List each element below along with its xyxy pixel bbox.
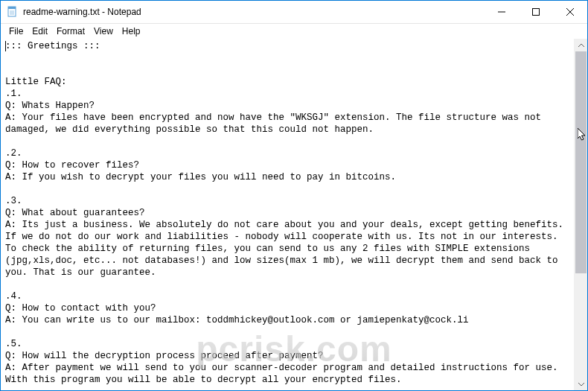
- text-editor[interactable]: ::: Greetings ::: Little FAQ: .1. Q: Wha…: [1, 39, 574, 390]
- menubar: File Edit Format View Help: [1, 24, 587, 39]
- vertical-scrollbar[interactable]: [574, 39, 587, 390]
- content-area: ::: Greetings ::: Little FAQ: .1. Q: Wha…: [1, 39, 587, 390]
- scroll-thumb[interactable]: [575, 51, 587, 273]
- maximize-button[interactable]: [519, 1, 553, 23]
- close-button[interactable]: [553, 1, 587, 23]
- notepad-window: readme-warning.txt - Notepad File Edit F…: [0, 0, 588, 391]
- scroll-down-arrow-icon[interactable]: [575, 378, 587, 390]
- scroll-up-arrow-icon[interactable]: [575, 39, 587, 51]
- menu-format[interactable]: Format: [53, 26, 89, 36]
- menu-edit[interactable]: Edit: [28, 26, 51, 36]
- menu-view[interactable]: View: [90, 26, 117, 36]
- titlebar-left: readme-warning.txt - Notepad: [1, 6, 141, 18]
- menu-file[interactable]: File: [5, 26, 27, 36]
- svg-rect-1: [8, 7, 16, 9]
- document-text: ::: Greetings ::: Little FAQ: .1. Q: Wha…: [5, 41, 569, 385]
- scroll-track[interactable]: [575, 51, 587, 378]
- notepad-icon: [7, 6, 19, 18]
- minimize-button[interactable]: [485, 1, 519, 23]
- menu-help[interactable]: Help: [118, 26, 144, 36]
- window-title: readme-warning.txt - Notepad: [23, 7, 141, 17]
- window-controls: [485, 1, 587, 23]
- titlebar[interactable]: readme-warning.txt - Notepad: [1, 1, 587, 24]
- svg-rect-6: [533, 9, 540, 16]
